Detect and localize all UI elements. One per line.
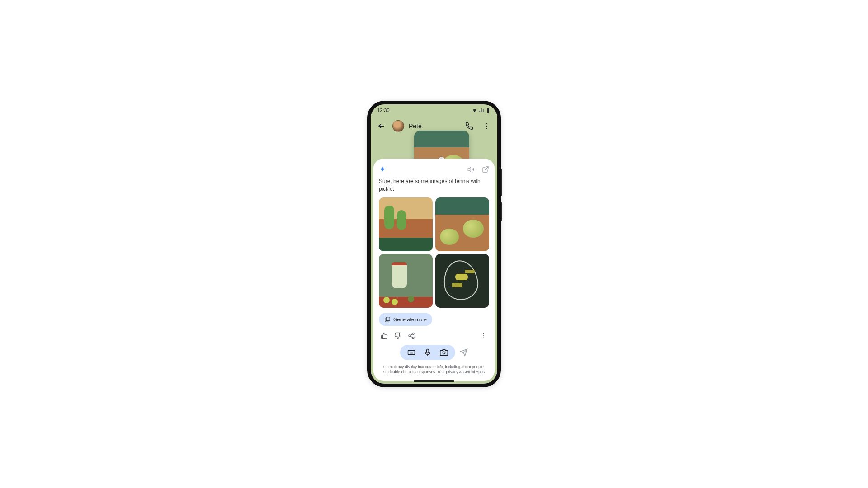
svg-rect-11	[427, 349, 429, 353]
generate-more-button[interactable]: Generate more	[379, 313, 432, 326]
wifi-icon	[472, 108, 477, 113]
svg-point-4	[412, 333, 414, 334]
clock: 12:30	[377, 108, 390, 113]
phone-icon	[465, 122, 473, 130]
contact-name[interactable]: Pete	[409, 122, 458, 130]
generated-image-4[interactable]	[435, 254, 489, 308]
input-row	[379, 345, 489, 360]
share-icon[interactable]	[408, 332, 415, 339]
thumbs-down-icon[interactable]	[394, 332, 401, 339]
keyboard-icon[interactable]	[407, 348, 415, 357]
screen: 12:30 Pete	[371, 104, 497, 384]
thumbs-up-icon[interactable]	[381, 332, 388, 339]
svg-point-9	[483, 337, 484, 338]
svg-point-6	[412, 337, 414, 338]
send-icon[interactable]	[460, 348, 468, 357]
input-mode-pill	[400, 345, 455, 360]
generated-image-2[interactable]	[435, 197, 489, 251]
status-icons	[472, 108, 491, 113]
battery-icon	[486, 108, 491, 113]
generated-image-3[interactable]	[379, 254, 433, 308]
gemini-panel: Sure, here are some images of tennis wit…	[373, 159, 495, 381]
camera-icon[interactable]	[440, 348, 448, 357]
svg-point-7	[483, 333, 484, 334]
svg-point-5	[409, 335, 410, 337]
overflow-button[interactable]	[480, 120, 493, 132]
speaker-icon[interactable]	[467, 166, 475, 173]
svg-point-8	[483, 335, 484, 336]
phone-frame: 12:30 Pete	[367, 101, 501, 387]
avatar[interactable]	[392, 120, 404, 132]
back-button[interactable]	[375, 120, 388, 132]
feedback-row	[379, 332, 489, 339]
layers-icon	[384, 316, 391, 323]
svg-point-12	[443, 352, 445, 354]
svg-point-1	[486, 126, 487, 127]
power-button[interactable]	[501, 202, 502, 221]
generated-image-grid	[379, 197, 489, 308]
svg-rect-10	[408, 350, 415, 354]
generated-image-1[interactable]	[379, 197, 433, 251]
svg-rect-3	[386, 317, 390, 320]
svg-point-0	[486, 123, 487, 124]
svg-point-2	[486, 128, 487, 129]
arrow-left-icon	[377, 122, 386, 131]
privacy-link[interactable]: Your privacy & Gemini Apps	[437, 370, 485, 374]
gemini-spark-icon	[379, 166, 386, 173]
disclaimer: Gemini may display inaccurate info, incl…	[379, 365, 489, 375]
more-vert-icon	[482, 122, 491, 130]
generate-more-label: Generate more	[393, 317, 427, 322]
panel-header	[379, 164, 489, 175]
mic-icon[interactable]	[424, 348, 432, 357]
response-text: Sure, here are some images of tennis wit…	[379, 178, 489, 193]
nav-pill[interactable]	[414, 380, 454, 382]
volume-button[interactable]	[501, 169, 502, 196]
signal-icon	[479, 108, 484, 113]
open-external-icon[interactable]	[482, 166, 489, 173]
response-overflow-icon[interactable]	[480, 332, 487, 339]
status-bar: 12:30	[371, 104, 497, 116]
